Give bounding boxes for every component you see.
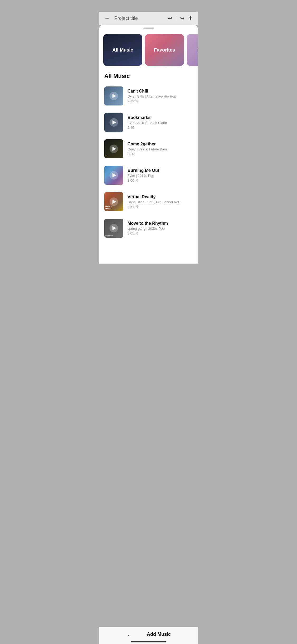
play-triangle [112,120,116,125]
thumb-bg-move: mot thm [104,219,123,238]
track-move-to-the-rhythm[interactable]: mot thm Move to the Rhythm spring gang |… [99,215,198,241]
track-virtual-reality[interactable]: BANGBANG Virtual Reality Bang Bang | Sou… [99,188,198,215]
mic-move-icon: 🎙 [136,231,139,236]
play-come2gether-icon [110,145,118,153]
track-burning-me-out[interactable]: Burning Me Out Zyke | 2010s Pop 3:06 🎙 [99,162,198,188]
title-come2gether: Come 2gether [128,142,193,146]
mic-virtual-icon: 🎙 [136,205,139,209]
undo-button[interactable]: ↩ [168,15,172,21]
share-button[interactable]: ⬆ [188,15,193,21]
status-bar [99,0,198,12]
come2gether-thumb-label: ~ [105,154,122,157]
thumb-bg-cant-chill [104,86,123,105]
track-bookmarks[interactable]: Bookmarks Ever So Blue | Solo Piano 2:49 [99,109,198,136]
music-list: Can't Chill Dylan Sitts | Alternative Hi… [99,82,198,242]
play-triangle [112,147,116,151]
thumb-cant-chill [104,86,123,105]
play-burning-icon [110,171,118,180]
thumb-move: mot thm [104,219,123,238]
title-virtual: Virtual Reality [128,195,193,199]
virtual-thumb-label: BANGBANG [105,205,112,210]
mic-burning-icon: 🎙 [136,178,139,183]
category-dreamy-label: Dreamy [197,47,198,53]
nav-actions: ↩ ↪ ⬆ [168,15,193,21]
thumb-bookmarks [104,113,123,132]
thumb-bg-burning [104,166,123,185]
duration-come2gether: 3:26 [128,152,193,156]
info-cant-chill: Can't Chill Dylan Sitts | Alternative Hi… [128,89,193,103]
redo-button[interactable]: ↪ [180,15,185,21]
track-come2gether[interactable]: ~ Come 2gether Ooyy | Beats, Future Bass… [99,136,198,162]
title-bookmarks: Bookmarks [128,115,193,120]
section-title: All Music [99,67,198,82]
sheet-handle [99,25,198,30]
info-bookmarks: Bookmarks Ever So Blue | Solo Piano 2:49 [128,115,193,130]
info-come2gether: Come 2gether Ooyy | Beats, Future Bass 3… [128,142,193,156]
duration-virtual: 2:51 🎙 [128,205,193,209]
duration-cant-chill: 2:32 🎙 [128,99,193,103]
back-button[interactable]: ← [104,15,110,22]
play-virtual-icon [110,197,118,206]
move-thumb-label: mot thm [105,235,113,237]
category-all-music-label: All Music [112,47,133,53]
thumb-virtual-reality: BANGBANG [104,192,123,211]
project-title: Project title [114,16,164,21]
sheet-handle-bar [143,27,154,29]
play-triangle [112,200,116,204]
title-cant-chill: Can't Chill [128,89,193,94]
category-dreamy[interactable]: Dreamy [187,34,198,66]
title-burning: Burning Me Out [128,168,193,173]
thumb-bg-virtual: BANGBANG [104,192,123,211]
play-triangle [112,226,116,230]
info-virtual: Virtual Reality Bang Bang | Soul, Old Sc… [128,195,193,209]
meta-move: spring gang | 2020s Pop [128,227,193,231]
play-bookmarks-icon [110,118,118,127]
category-favorites[interactable]: Favorites [145,34,184,66]
thumb-burning-me-out [104,166,123,185]
meta-burning: Zyke | 2010s Pop [128,174,193,178]
category-all-music[interactable]: All Music [103,34,142,66]
nav-bar: ← Project title ↩ ↪ ⬆ [99,12,198,25]
duration-burning: 3:06 🎙 [128,178,193,183]
nav-divider [176,15,176,21]
thumb-come2gether: ~ [104,139,123,158]
track-cant-chill[interactable]: Can't Chill Dylan Sitts | Alternative Hi… [99,83,198,109]
meta-cant-chill: Dylan Sitts | Alternative Hip Hop [128,94,193,98]
duration-move: 3:05 🎙 [128,231,193,236]
categories-row: All Music Favorites Dreamy [99,30,198,67]
play-cant-chill-icon [110,92,118,100]
play-triangle [112,94,116,98]
thumb-bg-come2gether: ~ [104,139,123,158]
duration-bookmarks: 2:49 [128,126,193,130]
info-move: Move to the Rhythm spring gang | 2020s P… [128,221,193,236]
meta-virtual: Bang Bang | Soul, Old School RnB [128,200,193,204]
play-triangle [112,173,116,177]
info-burning: Burning Me Out Zyke | 2010s Pop 3:06 🎙 [128,168,193,183]
category-favorites-label: Favorites [154,47,175,53]
meta-bookmarks: Ever So Blue | Solo Piano [128,121,193,125]
mic-cant-chill-icon: 🎙 [136,99,139,103]
bottom-sheet: All Music Favorites Dreamy All Music Can… [99,25,198,264]
title-move: Move to the Rhythm [128,221,193,226]
thumb-bg-bookmarks [104,113,123,132]
meta-come2gether: Ooyy | Beats, Future Bass [128,147,193,151]
play-move-icon [110,224,118,232]
